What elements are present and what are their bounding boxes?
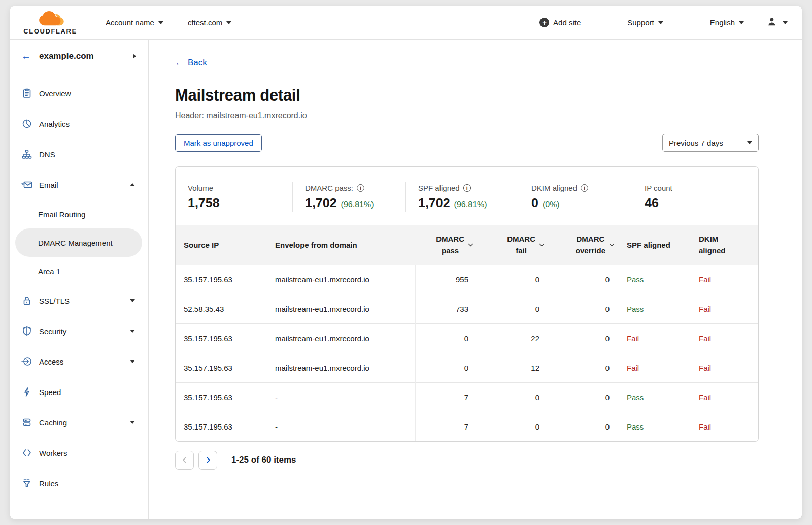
sidebar-item-security[interactable]: Security <box>10 316 148 346</box>
stat-value: 1,702 <box>305 195 337 210</box>
cell-dkim-aligned: Fail <box>691 412 758 441</box>
user-avatar-icon <box>766 16 777 29</box>
sidebar-item-speed[interactable]: Speed <box>10 377 148 407</box>
sort-chevron-icon[interactable] <box>609 243 615 247</box>
sidebar-subitem-dmarc-management[interactable]: DMARC Management <box>15 228 142 257</box>
stat-spf-aligned: SPF alignedi1,702(96.81%) <box>405 182 519 212</box>
cell-dkim-aligned: Fail <box>691 294 758 323</box>
column-header-dmarc-override[interactable]: DMARC override <box>549 225 619 265</box>
sidebar-item-caching[interactable]: Caching <box>10 407 148 438</box>
info-icon[interactable]: i <box>463 184 471 192</box>
chevron-down-icon <box>130 360 135 363</box>
stat-percent: (96.81%) <box>341 200 374 209</box>
stat-percent: (0%) <box>543 200 560 209</box>
cell-dkim-aligned: Fail <box>691 382 758 412</box>
cell-value: 733 <box>415 294 478 323</box>
page-subtitle: Header: mailstream-eu1.mxrecord.io <box>175 111 759 120</box>
next-page-button[interactable] <box>198 451 217 470</box>
add-site-button[interactable]: + Add site <box>539 18 581 27</box>
cell-value: 7 <box>415 382 478 412</box>
sidebar-item-label: Analytics <box>39 120 135 128</box>
chevron-down-icon <box>226 21 231 24</box>
table-row: 35.157.195.63-700PassFail <box>176 382 758 412</box>
access-icon <box>21 356 32 367</box>
cell-envelope-from-domain: mailstream-eu1.mxrecord.io <box>267 265 415 294</box>
cell-spf-aligned: Pass <box>619 412 691 441</box>
column-header-label: SPF aligned <box>627 241 670 249</box>
column-header-dkim-aligned: DKIM aligned <box>691 225 758 265</box>
sidebar-item-dns[interactable]: DNS <box>10 139 148 170</box>
back-link[interactable]: ← Back <box>175 58 207 68</box>
language-label: English <box>710 18 735 27</box>
cell-dkim-aligned: Fail <box>691 353 758 382</box>
app-window: CLOUDFLARE Account name cftest.com + Add… <box>10 6 802 519</box>
cell-spf-aligned: Fail <box>619 353 691 382</box>
cell-dkim-aligned: Fail <box>691 323 758 353</box>
sidebar-item-analytics[interactable]: Analytics <box>10 109 148 139</box>
language-menu[interactable]: English <box>710 18 744 27</box>
stat-value: 0 <box>531 195 538 210</box>
info-icon[interactable]: i <box>581 184 588 192</box>
zone-header[interactable]: ← example.com <box>10 40 148 73</box>
cell-dkim-aligned: Fail <box>691 265 758 294</box>
cell-envelope-from-domain: - <box>267 412 415 441</box>
cloudflare-logo[interactable]: CLOUDFLARE <box>20 11 80 35</box>
stat-label: SPF aligned <box>418 184 460 192</box>
main-content: ← Back Mailstream detail Header: mailstr… <box>149 40 802 519</box>
site-menu-label: cftest.com <box>188 18 222 27</box>
user-menu[interactable] <box>766 16 788 29</box>
stat-value: 1,758 <box>188 195 220 210</box>
cell-envelope-from-domain: - <box>267 382 415 412</box>
column-header-dmarc-fail[interactable]: DMARC fail <box>478 225 549 265</box>
plus-circle-icon: + <box>539 18 549 27</box>
cell-value: 955 <box>415 265 478 294</box>
column-header-dmarc-pass[interactable]: DMARC pass <box>415 225 478 265</box>
bolt-icon <box>21 386 32 398</box>
sidebar-item-ssl-tls[interactable]: SSL/TLS <box>10 285 148 316</box>
column-header-label: Envelope from domain <box>275 241 357 249</box>
cell-source-ip: 52.58.35.43 <box>176 294 267 323</box>
sidebar-item-rules[interactable]: Rules <box>10 468 148 499</box>
sidebar-item-overview[interactable]: Overview <box>10 78 148 109</box>
cell-spf-aligned: Fail <box>619 323 691 353</box>
column-header-label: Source IP <box>184 241 219 249</box>
column-header-envelope-from-domain: Envelope from domain <box>267 225 415 265</box>
table-header-row: Source IPEnvelope from domainDMARC passD… <box>176 225 758 265</box>
mark-as-unapproved-button[interactable]: Mark as unapproved <box>175 134 262 152</box>
cell-source-ip: 35.157.195.63 <box>176 353 267 382</box>
chevron-down-icon <box>658 21 663 24</box>
cell-value: 0 <box>549 323 619 353</box>
stat-dmarc-pass: DMARC pass:i1,702(96.81%) <box>292 182 405 212</box>
chevron-down-icon <box>130 330 135 333</box>
sort-chevron-icon[interactable] <box>468 243 473 247</box>
info-icon[interactable]: i <box>357 184 364 192</box>
zone-name: example.com <box>39 51 133 61</box>
sidebar-item-label: Access <box>39 357 130 366</box>
sidebar-subitem-email-routing[interactable]: Email Routing <box>15 200 142 228</box>
column-header-label: DMARC fail <box>507 233 535 257</box>
column-header-source-ip: Source IP <box>176 225 267 265</box>
date-range-selected-value: Previous 7 days <box>669 139 723 147</box>
support-label: Support <box>627 18 654 27</box>
stat-percent: (96.81%) <box>454 200 487 209</box>
cell-source-ip: 35.157.195.63 <box>176 382 267 412</box>
site-menu[interactable]: cftest.com <box>188 18 231 27</box>
cell-value: 7 <box>415 412 478 441</box>
previous-page-button[interactable] <box>175 451 194 470</box>
support-menu[interactable]: Support <box>627 18 663 27</box>
date-range-select[interactable]: Previous 7 days <box>662 134 759 152</box>
back-arrow-icon: ← <box>175 58 184 68</box>
chevron-right-icon <box>133 54 136 59</box>
sidebar-item-label: Rules <box>39 479 135 488</box>
cell-envelope-from-domain: mailstream-eu1.mxrecord.io <box>267 353 415 382</box>
sidebar-subitem-area-1[interactable]: Area 1 <box>15 257 142 285</box>
sort-chevron-icon[interactable] <box>539 243 545 247</box>
account-menu[interactable]: Account name <box>106 18 163 27</box>
sidebar-item-email[interactable]: Email <box>10 170 148 200</box>
sidebar-item-workers[interactable]: Workers <box>10 438 148 468</box>
table-row: 35.157.195.63mailstream-eu1.mxrecord.io0… <box>176 353 758 382</box>
stat-label: Volume <box>188 184 213 192</box>
sidebar: ← example.com OverviewAnalyticsDNSEmailE… <box>10 40 149 519</box>
cloudflare-cloud-icon <box>33 11 67 29</box>
sidebar-item-access[interactable]: Access <box>10 346 148 377</box>
